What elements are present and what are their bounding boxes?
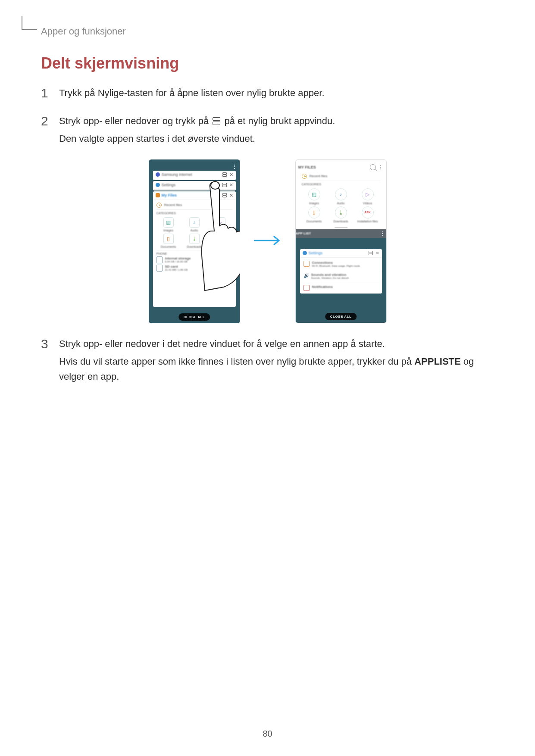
notifications-icon [303, 285, 310, 291]
step-3-line-1: Stryk opp- eller nedover i det nedre vin… [59, 336, 494, 351]
card-title: Samsung Internet [162, 172, 192, 177]
app-title: MY FILES [298, 165, 316, 169]
document-icon: ▯ [313, 210, 316, 215]
step-2-line-1: Stryk opp- eller nedover og trykk på på … [59, 113, 494, 128]
video-icon: ▷ [366, 192, 369, 197]
storage-title: SD card [165, 265, 188, 269]
split-screen-icon [222, 183, 227, 187]
video-icon: ▷ [218, 220, 222, 225]
document-icon: ▯ [167, 236, 170, 241]
breadcrumb: Apper og funksjoner [41, 26, 494, 37]
connections-icon [303, 261, 310, 267]
close-icon: ✕ [375, 251, 379, 256]
storage-title: Internal storage [165, 256, 191, 260]
more-dots-icon [380, 165, 381, 169]
grid-label: Audio [191, 229, 198, 232]
arrow-right-icon [253, 234, 282, 248]
device-before: Samsung Internet ✕ Settings ✕ My Files ✕ [149, 159, 240, 323]
side-rule [22, 16, 37, 30]
close-icon: ✕ [229, 172, 233, 177]
clock-icon [302, 174, 307, 179]
image-icon: ▨ [166, 220, 171, 225]
phone-label: PHONE [156, 252, 232, 255]
storage-subtitle: 6.04 GB / 16.00 GB [165, 260, 191, 263]
split-screen-icon [213, 117, 220, 125]
phone-storage-icon [156, 256, 163, 263]
close-icon: ✕ [229, 193, 233, 198]
step-2-line-2: Den valgte appen startes i det øverste v… [59, 131, 494, 146]
grid-label: Documents [307, 220, 322, 223]
download-icon: ⭳ [338, 210, 344, 215]
grid-label: Videos [363, 202, 372, 205]
settings-item-title: Connections [312, 261, 360, 265]
device-after: MY FILES Recent files CATEGORIES ▨Images… [295, 159, 387, 323]
app-list-label: APP LIST [296, 231, 311, 235]
app-icon [303, 251, 307, 255]
card-title: Settings [309, 251, 323, 255]
page-number: 80 [0, 729, 535, 739]
close-all-button: CLOSE ALL [178, 313, 210, 321]
grid-label: Downloads [187, 245, 202, 248]
music-icon: ♪ [340, 192, 342, 197]
app-icon [156, 172, 160, 177]
step-number-1: 1 [41, 85, 56, 103]
close-icon: ✕ [229, 183, 233, 187]
grid-label: Documents [161, 245, 176, 248]
grid-label: Audio [337, 202, 345, 205]
sound-icon: 🔊 [303, 273, 309, 278]
grid-label: Installation files [210, 245, 231, 248]
close-all-button: CLOSE ALL [325, 313, 357, 320]
split-screen-icon [369, 251, 373, 255]
step-1-line-1: Trykk på Nylige-tasten for å åpne listen… [59, 85, 494, 100]
split-screen-icon [222, 172, 227, 177]
recent-files-label: Recent files [164, 203, 182, 207]
clock-icon [156, 203, 162, 208]
settings-item-subtitle: Sounds, Vibration, Do not disturb [311, 277, 349, 279]
settings-item-title: Sounds and vibration [311, 273, 349, 277]
app-icon [156, 183, 160, 187]
settings-item-title: Notifications [312, 285, 333, 289]
page-title: Delt skjermvisning [41, 54, 494, 72]
card-title: Settings [162, 183, 176, 187]
instruction-figure: Samsung Internet ✕ Settings ✕ My Files ✕ [41, 159, 494, 323]
grid-label: Images [163, 229, 173, 232]
recent-files-label: Recent files [310, 174, 328, 178]
image-icon: ▨ [312, 192, 316, 197]
grid-label: Images [309, 202, 319, 205]
apk-icon: APK [217, 237, 223, 240]
grid-label: Videos [216, 229, 225, 232]
storage-subtitle: 21.41 MB / 1.86 GB [165, 269, 188, 271]
step-number-2: 2 [41, 113, 56, 149]
card-title: My Files [162, 193, 177, 197]
categories-label: CATEGORIES [302, 183, 380, 186]
step-3-line-2: Hvis du vil starte apper som ikke finnes… [59, 354, 494, 384]
music-icon: ♪ [193, 220, 196, 225]
split-handle [335, 227, 347, 228]
step-number-3: 3 [41, 336, 56, 387]
categories-label: CATEGORIES [156, 212, 232, 215]
search-icon [370, 164, 376, 170]
download-icon: ⭳ [192, 236, 197, 241]
settings-item-subtitle: Wi-Fi, Bluetooth, Data usage, Flight mod… [312, 265, 360, 267]
apk-icon: APK [364, 211, 371, 214]
more-dots-icon [382, 231, 383, 236]
app-icon [156, 193, 160, 197]
more-dots-icon [234, 165, 235, 169]
grid-label: Installation files [357, 220, 378, 223]
sd-card-icon [156, 265, 163, 272]
grid-label: Downloads [333, 220, 348, 223]
split-screen-icon [222, 193, 227, 197]
